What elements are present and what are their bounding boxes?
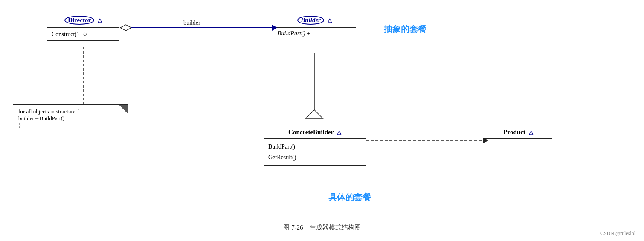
- builder-body: BuildPart() +: [273, 28, 356, 40]
- watermark: CSDN @ruleslol: [600, 230, 635, 237]
- concrete-builder-body: BuildPart() GetResult(): [264, 139, 366, 165]
- director-body: Construct() ○: [47, 28, 119, 40]
- caption-underline: 生成器模式结构图: [310, 224, 361, 232]
- product-triangle: △: [529, 129, 533, 135]
- director-header: Director △: [47, 13, 119, 28]
- product-header: Product △: [484, 126, 552, 139]
- builder-method: BuildPart() +: [278, 30, 311, 37]
- note-corner: [119, 104, 128, 114]
- concrete-label: 具体的套餐: [328, 192, 371, 203]
- product-box: Product △: [484, 126, 552, 139]
- concrete-builder-header: ConcreteBuilder △: [264, 126, 366, 139]
- concrete-builder-box: ConcreteBuilder △ BuildPart() GetResult(…: [264, 126, 366, 166]
- builder-label-text: builder: [183, 20, 200, 26]
- concrete-builder-triangle: △: [337, 129, 341, 135]
- director-name: Director: [64, 16, 94, 25]
- caption: 图 7-26 生成器模式结构图: [283, 224, 360, 232]
- note-line-3: }: [18, 122, 122, 129]
- diagram-container: 抽象的套餐 Director △ Construct() ○ Builder △…: [0, 0, 644, 241]
- caption-text: 图 7-26 生成器模式结构图: [283, 224, 360, 231]
- concrete-builder-name: ConcreteBuilder: [288, 129, 334, 135]
- inheritance-triangle: [306, 110, 323, 118]
- director-box: Director △ Construct() ○: [47, 13, 119, 41]
- director-circle: ○: [83, 30, 87, 37]
- builder-name: Builder: [297, 16, 324, 25]
- note-line-2: builder→BuildPart(): [18, 115, 122, 122]
- director-triangle: △: [98, 17, 102, 23]
- concrete-method-1: BuildPart(): [268, 141, 361, 152]
- builder-header: Builder △: [273, 13, 356, 28]
- note-corner-fill: [119, 105, 128, 113]
- director-method: Construct(): [52, 31, 79, 37]
- product-name: Product: [503, 129, 525, 135]
- builder-triangle: △: [328, 17, 332, 23]
- aggregation-diamond: [120, 25, 131, 31]
- note-box: for all objects in structure { builder→B…: [13, 104, 128, 132]
- abstract-label: 抽象的套餐: [384, 23, 426, 35]
- note-line-1: for all objects in structure {: [18, 108, 122, 115]
- concrete-method-2: GetResult(): [268, 152, 361, 163]
- builder-box: Builder △ BuildPart() +: [273, 13, 356, 40]
